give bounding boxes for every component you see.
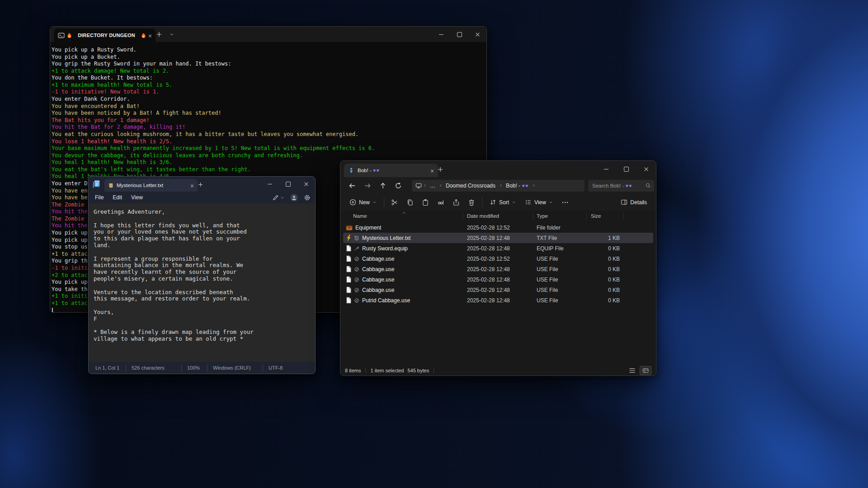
file-size: 0 KB xyxy=(587,277,620,283)
notepad-editor[interactable]: Greetings Adventurer, I hope this letter… xyxy=(89,203,315,362)
status-zoom-level[interactable]: 100% xyxy=(181,365,207,371)
close-button[interactable] xyxy=(297,177,315,192)
file-row[interactable]: Putrid Cabbage.use 2025-02-28 12:48 USE … xyxy=(343,295,653,305)
maximize-button[interactable] xyxy=(279,177,297,192)
rewrite-button[interactable] xyxy=(272,194,284,201)
breadcrumb-current-folder[interactable]: Bob! - ♥♥ xyxy=(504,182,531,190)
file-type: USE File xyxy=(537,277,558,283)
notepad-menubar: File Edit View xyxy=(89,192,315,203)
file-list-area[interactable]: Name Date modified Type Size Equipment 2… xyxy=(340,211,656,366)
minimize-button[interactable] xyxy=(261,177,279,192)
account-avatar[interactable] xyxy=(290,194,298,202)
letter-line: I represent a group responsible for xyxy=(94,256,311,263)
file-row[interactable]: Cabbage.use 2025-02-28 12:48 USE File 0 … xyxy=(343,264,653,274)
file-name: Cabbage.use xyxy=(362,256,394,262)
explorer-address-row: … Doomed Crossroads Bob! - ♥♥ Search Bob… xyxy=(340,177,656,194)
flame-icon xyxy=(141,33,146,38)
purple-heart-icon: ♥♥ xyxy=(626,183,632,188)
rename-button[interactable] xyxy=(433,196,448,209)
search-input[interactable]: Search Bob! - ♥♥ xyxy=(588,180,654,192)
menu-edit[interactable]: Edit xyxy=(108,193,127,202)
notepad-window: Mysterious Letter.txt File Edit View xyxy=(88,176,316,374)
letter-line: to this dark plague that has fallen on y… xyxy=(94,235,311,242)
column-header-name[interactable]: Name xyxy=(353,213,367,219)
menu-view[interactable]: View xyxy=(127,193,147,202)
file-row[interactable]: Cabbage.use 2025-02-28 12:48 USE File 0 … xyxy=(343,285,653,295)
text-caret xyxy=(93,182,94,188)
explorer-tab[interactable]: Bob! - ♥♥ xyxy=(344,164,438,177)
file-name: Mysterious Letter.txt xyxy=(362,235,410,241)
monitor-icon xyxy=(415,183,422,189)
file-row[interactable]: Rusty Sword.equip 2025-02-28 12:48 EQUIP… xyxy=(343,243,653,253)
file-name: Cabbage.use xyxy=(362,266,394,272)
delete-button[interactable] xyxy=(464,196,479,209)
terminal-line: You don the Bucket. It bestows: xyxy=(52,75,482,82)
notepad-statusbar: Ln 1, Col 1 526 characters 100% Windows … xyxy=(89,362,315,374)
close-button[interactable] xyxy=(468,27,486,42)
forward-button[interactable] xyxy=(361,179,374,192)
minimize-button[interactable] xyxy=(596,161,616,177)
settings-gear-icon[interactable] xyxy=(304,194,311,201)
terminal-tab[interactable]: DIRECTORY DUNGEON xyxy=(54,28,156,42)
search-icon xyxy=(645,183,651,188)
details-pane-button[interactable]: Details xyxy=(616,196,651,209)
new-tab-button[interactable] xyxy=(436,165,444,174)
details-view-toggle-icon[interactable] xyxy=(640,366,651,375)
scroll-glyph xyxy=(354,235,359,241)
more-options-button[interactable] xyxy=(557,196,573,209)
tab-close-icon[interactable] xyxy=(430,166,434,174)
maximize-button[interactable] xyxy=(616,161,636,177)
sort-ascending-icon xyxy=(402,211,406,214)
view-button[interactable]: View xyxy=(520,196,557,209)
folder-person-icon xyxy=(348,167,354,174)
file-type: File folder xyxy=(537,225,561,231)
column-header-type[interactable]: Type xyxy=(537,213,548,219)
up-button[interactable] xyxy=(377,179,389,192)
column-header-date-modified[interactable]: Date modified xyxy=(467,213,499,219)
letter-line: I hope this letter finds you well, and t… xyxy=(94,222,311,229)
new-tab-button[interactable] xyxy=(154,29,164,39)
terminal-tab-title: DIRECTORY DUNGEON xyxy=(74,33,139,38)
minimize-button[interactable] xyxy=(432,27,450,42)
maximize-button[interactable] xyxy=(450,27,468,42)
file-page-icon xyxy=(346,297,351,304)
cut-button[interactable] xyxy=(387,196,402,209)
tab-close-icon[interactable] xyxy=(190,181,194,189)
file-row[interactable]: Cabbage.use 2025-02-28 12:52 USE File 0 … xyxy=(343,253,653,264)
breadcrumb[interactable]: … Doomed Crossroads Bob! - ♥♥ xyxy=(412,180,585,192)
breadcrumb-ellipsis[interactable]: … xyxy=(428,182,438,190)
paste-button[interactable] xyxy=(418,196,433,209)
toolbar-divider xyxy=(384,198,384,207)
selection-size: 545 bytes xyxy=(407,368,429,373)
file-row[interactable]: Mysterious Letter.txt 2025-02-28 12:48 T… xyxy=(343,233,653,243)
column-header-size[interactable]: Size xyxy=(591,213,601,219)
back-button[interactable] xyxy=(346,179,359,192)
tab-close-icon[interactable] xyxy=(148,31,152,39)
letter-line xyxy=(94,323,311,329)
compact-view-toggle-icon[interactable] xyxy=(627,366,637,375)
menu-file[interactable]: File xyxy=(90,193,108,202)
column-header-row: Name Date modified Type Size xyxy=(340,211,656,222)
file-name: Putrid Cabbage.use xyxy=(362,297,410,304)
status-encoding: UTF-8 xyxy=(263,365,283,371)
copy-button[interactable] xyxy=(402,196,418,209)
file-row[interactable]: Equipment 2025-02-28 12:52 File folder xyxy=(343,222,653,233)
close-button[interactable] xyxy=(636,161,656,177)
terminal-line: You have encountered a Bat! xyxy=(52,103,482,110)
terminal-line: You devour the cabbage, its delicious le… xyxy=(52,152,482,160)
new-button[interactable]: New xyxy=(345,196,381,209)
breadcrumb-parent-folder[interactable]: Doomed Crossroads xyxy=(443,182,498,190)
file-row[interactable]: Cabbage.use 2025-02-28 12:48 USE File 0 … xyxy=(343,274,653,285)
sort-button[interactable]: Sort xyxy=(485,196,520,209)
letter-line: this message, and restore order to your … xyxy=(94,296,311,302)
share-button[interactable] xyxy=(448,196,464,209)
explorer-command-bar: New Sort View xyxy=(340,194,656,211)
refresh-button[interactable] xyxy=(392,179,405,192)
file-date-modified: 2025-02-28 12:48 xyxy=(467,266,510,272)
notepad-tab[interactable]: Mysterious Letter.txt xyxy=(104,179,198,192)
letter-line: Yours, xyxy=(94,309,311,316)
letter-line: village to what appears to be an old cry… xyxy=(94,336,311,343)
new-tab-button[interactable] xyxy=(196,180,204,188)
file-page-icon xyxy=(346,266,351,272)
tab-list-dropdown-icon[interactable] xyxy=(167,29,177,39)
